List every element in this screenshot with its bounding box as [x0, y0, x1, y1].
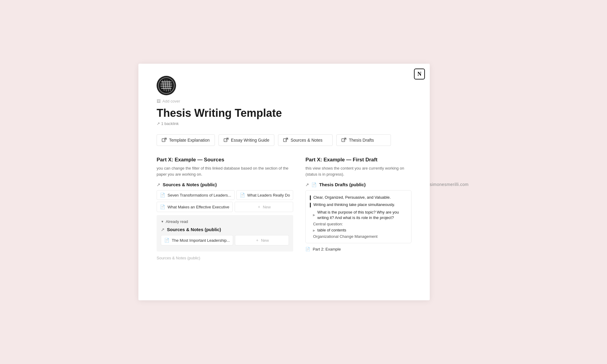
quick-links-row: Template Explanation Essay Writing Guide…: [157, 134, 412, 146]
doc-icon: 📄: [164, 238, 169, 243]
footer-watermark: simonesmerilli.com: [430, 182, 469, 187]
plus-icon: ＋: [257, 204, 261, 210]
svg-rect-13: [342, 139, 345, 142]
quick-link-label: Sources & Notes: [290, 138, 322, 143]
already-read-db-header[interactable]: ↗ Sources & Notes (public): [161, 227, 289, 232]
already-read-db-grid: 📄 The Most Important Leadership... ＋ New: [161, 235, 289, 245]
doc-icon: 📄: [160, 193, 165, 197]
db-row-text: What Makes an Effective Executive: [168, 205, 229, 209]
doc-icon: 📄: [305, 247, 310, 251]
already-read-new-button[interactable]: ＋ New: [235, 235, 289, 245]
part2-link[interactable]: 📄 Part 2: Example: [305, 247, 412, 251]
draft-line-1: Clear, Organized, Persuasive, and Valuab…: [310, 195, 407, 200]
right-section-title: Part X: Example — First Draft: [305, 157, 412, 163]
toggle-arrow-icon: ▶: [313, 213, 315, 217]
quick-link-thesis-drafts[interactable]: Thesis Drafts: [336, 134, 391, 146]
external-link-icon: [224, 138, 229, 143]
sources-db-grid: 📄 Seven Transformations of Leaders... 📄 …: [157, 190, 293, 200]
quick-link-template-explanation[interactable]: Template Explanation: [157, 134, 215, 146]
db-row-text: What Leaders Really Do: [247, 193, 290, 197]
quick-link-label: Thesis Drafts: [349, 138, 374, 143]
plus-icon: ＋: [255, 238, 259, 243]
add-cover-button[interactable]: 🖼 Add cover: [157, 99, 412, 103]
image-icon: 🖼: [157, 99, 161, 103]
doc-icon: 📄: [240, 193, 245, 197]
draft-sub-label: Central question:: [313, 222, 407, 226]
draft-toggle-label: What is the purpose of this topic? Why a…: [317, 210, 407, 221]
draft-toggle-1[interactable]: ▶ What is the purpose of this topic? Why…: [313, 210, 407, 221]
external-link-icon: [162, 138, 167, 143]
triangle-icon: ▼: [161, 220, 164, 223]
svg-rect-12: [283, 139, 287, 142]
page-container: N 🖼 Add cover Thesis Writing Template ↗ …: [138, 64, 430, 300]
right-section-desc: this view shows the content you are curr…: [305, 165, 412, 177]
draft-bar: [310, 195, 311, 200]
thesis-drafts-db-header[interactable]: ↗ 📄 Thesis Drafts (public): [305, 182, 412, 187]
draft-toggle-2[interactable]: ▶ table of contents: [313, 228, 407, 233]
backlink[interactable]: ↗ 1 backlink: [157, 121, 412, 126]
draft-line-2: Writing and thinking take place simultan…: [310, 202, 407, 207]
db-row[interactable]: 📄 Seven Transformations of Leaders...: [157, 190, 235, 200]
svg-rect-10: [162, 139, 165, 142]
new-row-button[interactable]: ＋ New: [235, 202, 293, 212]
left-section-title: Part X: Example — Sources: [157, 157, 293, 163]
draft-org-label: Organizational Change Management: [313, 234, 407, 239]
quick-link-label: Template Explanation: [169, 138, 210, 143]
notion-logo: N: [414, 69, 425, 79]
draft-text-2: Writing and thinking take place simultan…: [313, 202, 395, 207]
external-link-icon: [283, 138, 288, 143]
toggle-arrow-icon: ▶: [313, 229, 315, 232]
sources-db-header[interactable]: ↗ Sources & Notes (public): [157, 182, 293, 187]
svg-rect-11: [224, 139, 227, 142]
link-arrow-icon: ↗: [305, 182, 309, 187]
backlink-arrow-icon: ↗: [157, 121, 160, 126]
already-read-section: ▼ Already read ↗ Sources & Notes (public…: [157, 215, 293, 251]
thesis-db-icon: 📄: [311, 182, 317, 187]
quick-link-essay-writing-guide[interactable]: Essay Writing Guide: [219, 134, 275, 146]
left-column: Part X: Example — Sources you can change…: [157, 157, 293, 260]
draft-text-1: Clear, Organized, Persuasive, and Valuab…: [313, 195, 391, 200]
already-read-toggle[interactable]: ▼ Already read: [161, 219, 289, 224]
right-column: Part X: Example — First Draft this view …: [305, 157, 412, 260]
draft-bar: [310, 203, 311, 207]
link-arrow-icon: ↗: [157, 182, 160, 187]
sources-db-grid-2: 📄 What Makes an Effective Executive ＋ Ne…: [157, 202, 293, 212]
page-title: Thesis Writing Template: [157, 106, 412, 120]
left-section-desc: you can change the filter of this linked…: [157, 165, 293, 177]
draft-toggle2-label: table of contents: [317, 228, 346, 233]
doc-icon: 📄: [160, 204, 165, 209]
main-content: Part X: Example — Sources you can change…: [157, 157, 412, 260]
db-row[interactable]: 📄 What Makes an Effective Executive: [157, 202, 233, 212]
db-row-text: The Most Important Leadership...: [172, 238, 230, 243]
external-link-icon: [341, 138, 346, 143]
db-row[interactable]: 📄 What Leaders Really Do: [236, 190, 293, 200]
sources-notes-footer-label: Sources & Notes (public): [157, 256, 293, 260]
quick-link-sources-notes[interactable]: Sources & Notes: [278, 134, 333, 146]
db-row[interactable]: 📄 The Most Important Leadership...: [161, 235, 233, 245]
link-arrow-icon: ↗: [161, 227, 164, 232]
page-icon: [157, 76, 176, 95]
draft-card: Clear, Organized, Persuasive, and Valuab…: [305, 190, 412, 243]
quick-link-label: Essay Writing Guide: [231, 138, 270, 143]
db-row-text: Seven Transformations of Leaders...: [168, 193, 231, 197]
